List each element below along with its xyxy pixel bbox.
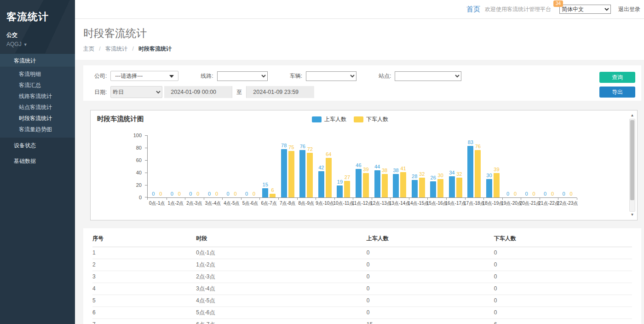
x-axis-tick bbox=[259, 198, 260, 200]
scroll-up-icon[interactable]: ▲ bbox=[629, 112, 636, 119]
bar-group: 263015点-16点 bbox=[427, 136, 446, 197]
legend-item[interactable]: 上车人数 bbox=[312, 116, 346, 123]
legend-label: 下车人数 bbox=[366, 116, 388, 123]
page-head: 时段客流统计 主页 / 客流统计 / 时段客流统计 bbox=[75, 19, 644, 60]
x-axis-label: 14点-15点 bbox=[408, 200, 429, 207]
breadcrumb-home[interactable]: 主页 bbox=[83, 46, 94, 52]
sidebar-group-passenger-stats[interactable]: 客流统计 bbox=[0, 53, 75, 67]
dropdown-arrow-icon bbox=[169, 75, 174, 78]
user-dropdown[interactable]: AQGJ▼ bbox=[6, 41, 69, 47]
bar-下车人数: 41 bbox=[400, 172, 406, 197]
bar-group: 343216点-17点 bbox=[446, 136, 465, 197]
vehicle-select[interactable] bbox=[306, 71, 356, 81]
query-button[interactable]: 查询 bbox=[599, 72, 635, 83]
x-axis-tick bbox=[558, 198, 558, 200]
sidebar-item-device-status[interactable]: 设备状态 bbox=[0, 138, 75, 153]
bar-下车人数: 30 bbox=[437, 179, 443, 198]
sidebar-item-trend-chart[interactable]: 客流量趋势图 bbox=[0, 124, 75, 135]
bar-value-label: 26 bbox=[431, 175, 436, 180]
station-select[interactable] bbox=[395, 71, 461, 81]
bar-value-label: 64 bbox=[326, 151, 331, 157]
table-cell: 0 bbox=[494, 259, 632, 271]
company-label: 公司: bbox=[94, 72, 107, 80]
line-select[interactable] bbox=[217, 71, 268, 81]
breadcrumb-current: 时段客流统计 bbox=[138, 46, 172, 52]
x-axis-tick bbox=[334, 198, 335, 200]
topbar: 首页 欢迎使用客流统计管理平台 34 简体中文 退出登录 bbox=[75, 0, 644, 19]
company-select[interactable]: ---请选择--- bbox=[110, 71, 178, 81]
x-axis-label: 10点-11点 bbox=[333, 200, 354, 207]
logout-link[interactable]: 退出登录 bbox=[618, 6, 640, 13]
bar-value-label: 39 bbox=[494, 167, 499, 172]
table-cell: 3 bbox=[92, 271, 196, 283]
app-title: 客流统计 bbox=[6, 10, 69, 24]
table-header-row: 序号时段上车人数下车人数 bbox=[92, 231, 632, 247]
x-axis-tick bbox=[297, 198, 298, 200]
table-cell: 4 bbox=[92, 283, 196, 295]
x-axis-tick bbox=[483, 198, 484, 200]
table-row: 32点-3点00 bbox=[92, 271, 632, 283]
date-preset-select[interactable]: 昨日 bbox=[110, 86, 162, 98]
table-row: 10点-1点00 bbox=[92, 247, 632, 259]
bar-value-label: 0 bbox=[215, 191, 218, 197]
scrollbar-thumb[interactable] bbox=[630, 120, 634, 200]
bar-上车人数: 19 bbox=[337, 185, 343, 197]
x-axis-label: 15点-16点 bbox=[426, 200, 448, 207]
chart-scrollbar: ▲ ▼ bbox=[629, 112, 636, 218]
date-start-input[interactable]: 2024-01-09 00:00 bbox=[164, 86, 232, 98]
sidebar-item-line-stats[interactable]: 线路客流统计 bbox=[0, 91, 75, 102]
table-cell: 0 bbox=[494, 247, 632, 259]
bar-value-label: 0 bbox=[514, 191, 517, 197]
bar-value-label: 44 bbox=[374, 164, 380, 169]
table-cell: 0 bbox=[367, 283, 494, 295]
bar-上车人数: 76 bbox=[299, 150, 305, 197]
bar-value-label: 78 bbox=[281, 143, 287, 148]
notification-badge: 34 bbox=[553, 0, 563, 7]
x-axis-tick bbox=[521, 198, 521, 200]
x-axis-label: 4点-5点 bbox=[224, 200, 239, 207]
bar-group: 0022点-23点 bbox=[558, 136, 577, 197]
legend-label: 上车人数 bbox=[324, 116, 346, 123]
bar-value-label: 34 bbox=[449, 170, 454, 175]
bar-group: 78757点-8点 bbox=[278, 136, 297, 197]
main-area: 首页 欢迎使用客流统计管理平台 34 简体中文 退出登录 时段客流统计 主页 /… bbox=[75, 0, 644, 324]
bar-value-label: 0 bbox=[551, 191, 554, 197]
breadcrumb-passenger-stats[interactable]: 客流统计 bbox=[105, 46, 127, 52]
x-axis-tick bbox=[167, 198, 167, 200]
bar-下车人数: 32 bbox=[419, 178, 425, 197]
sidebar-item-station-stats[interactable]: 站点客流统计 bbox=[0, 102, 75, 113]
bar-value-label: 0 bbox=[245, 191, 248, 197]
sidebar-item-period-stats[interactable]: 时段客流统计 bbox=[0, 113, 75, 124]
bar-group: 005点-6点 bbox=[241, 136, 260, 197]
company-select-value: ---请选择--- bbox=[115, 73, 143, 79]
sidebar-item-base-data[interactable]: 基础数据 bbox=[0, 153, 75, 169]
bar-上车人数: 38 bbox=[393, 174, 399, 197]
sidebar-item-passenger-detail[interactable]: 客流明细 bbox=[0, 69, 75, 80]
home-link[interactable]: 首页 bbox=[466, 5, 480, 14]
scroll-down-icon[interactable]: ▼ bbox=[629, 212, 636, 218]
bar-value-label: 0 bbox=[544, 191, 546, 197]
bar-value-label: 0 bbox=[159, 191, 162, 197]
date-end-input[interactable]: 2024-01-09 23:59 bbox=[247, 86, 314, 98]
language-select[interactable]: 简体中文 bbox=[559, 5, 611, 14]
bar-value-label: 39 bbox=[363, 167, 368, 172]
x-axis-label: 20点-21点 bbox=[520, 200, 541, 207]
bar-group: 303918点-19点 bbox=[483, 136, 502, 197]
table-cell: 5 bbox=[92, 295, 196, 307]
bar-group: 837617点-18点 bbox=[465, 136, 484, 197]
bar-value-label: 0 bbox=[563, 191, 565, 197]
scrollbar-track[interactable] bbox=[629, 119, 635, 212]
sidebar-item-passenger-summary[interactable]: 客流汇总 bbox=[0, 80, 75, 91]
chart-plot: 020406080100000点-1点001点-2点002点-3点003点-4点… bbox=[147, 136, 577, 198]
bar-value-label: 75 bbox=[288, 145, 294, 150]
x-axis-label: 17点-18点 bbox=[464, 200, 485, 207]
bar-group: 443812点-13点 bbox=[372, 136, 391, 197]
legend-item[interactable]: 下车人数 bbox=[354, 116, 388, 123]
bar-group: 76728点-9点 bbox=[297, 136, 316, 197]
bar-value-label: 30 bbox=[486, 173, 492, 178]
bar-value-label: 0 bbox=[208, 191, 211, 197]
bar-group: 003点-4点 bbox=[204, 136, 223, 197]
table-cell: 0 bbox=[494, 295, 632, 307]
export-button[interactable]: 导出 bbox=[599, 87, 635, 98]
bar-下车人数: 39 bbox=[494, 173, 500, 197]
